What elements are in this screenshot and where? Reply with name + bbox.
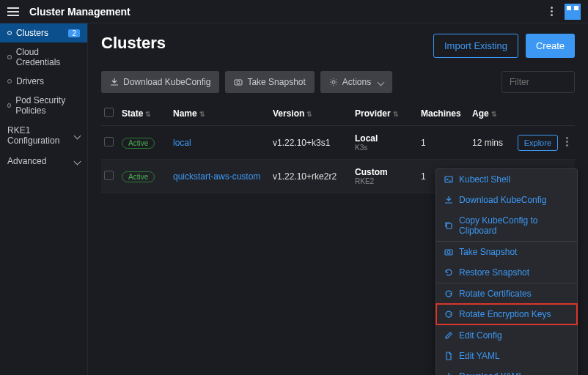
edit-icon — [444, 331, 453, 340]
topbar: Cluster Management — [0, 0, 588, 23]
select-all-checkbox[interactable] — [104, 108, 114, 117]
restore-icon — [444, 268, 453, 277]
cell-provider: Custom — [355, 167, 421, 177]
cluster-name-link[interactable]: local — [173, 138, 191, 148]
explore-button[interactable]: Explore — [518, 135, 558, 151]
chevron-down-icon — [75, 156, 80, 166]
sort-icon: ⇅ — [145, 111, 151, 118]
camera-icon — [444, 248, 453, 256]
bullet-icon — [7, 103, 11, 108]
column-header-name[interactable]: Name⇅ — [173, 108, 273, 119]
sidebar-group-label: RKE1 Configuration — [7, 125, 75, 146]
sidebar-item-label: Drivers — [16, 76, 44, 86]
actions-button[interactable]: Actions — [320, 71, 392, 93]
row-checkbox[interactable] — [104, 171, 114, 180]
svg-point-1 — [237, 81, 240, 84]
row-checkbox[interactable] — [104, 137, 114, 146]
topbar-kebab-icon[interactable] — [548, 4, 556, 19]
import-existing-button[interactable]: Import Existing — [433, 34, 518, 58]
filter-input[interactable] — [501, 71, 575, 93]
cell-provider-sub: RKE2 — [355, 177, 421, 185]
ctx-item-label: Copy KubeConfig to Clipboard — [459, 215, 569, 236]
sidebar-group-rke1[interactable]: RKE1 Configuration — [0, 120, 87, 151]
create-button[interactable]: Create — [526, 34, 575, 58]
copy-icon — [444, 221, 453, 230]
ctx-item-download-kubeconfig[interactable]: Download KubeConfig — [436, 190, 577, 210]
sidebar-item-pod-security-policies[interactable]: Pod Security Policies — [0, 91, 87, 120]
rotate-icon — [444, 310, 453, 319]
camera-icon — [234, 78, 243, 86]
sidebar-item-drivers[interactable]: Drivers — [0, 72, 87, 91]
sort-icon: ⇅ — [393, 111, 399, 118]
gear-icon — [329, 78, 338, 86]
state-badge: Active — [122, 138, 155, 149]
cell-machines: 1 — [421, 138, 472, 148]
bullet-icon — [7, 79, 12, 83]
sidebar-badge: 2 — [68, 29, 80, 37]
sidebar-item-label: Pod Security Policies — [15, 95, 80, 116]
ctx-item-label: Edit Config — [459, 330, 502, 341]
ctx-item-copy-kubeconfig-to-clipboard[interactable]: Copy KubeConfig to Clipboard — [436, 210, 577, 241]
terminal-icon — [444, 175, 453, 184]
bullet-icon — [7, 31, 12, 35]
sort-icon: ⇅ — [306, 111, 312, 118]
ctx-item-kubectl-shell[interactable]: Kubectl Shell — [436, 169, 577, 190]
state-badge: Active — [122, 171, 155, 182]
sidebar: Clusters 2 Cloud Credentials Drivers Pod… — [0, 23, 88, 375]
take-snapshot-button[interactable]: Take Snapshot — [225, 71, 314, 93]
sidebar-item-label: Clusters — [16, 28, 48, 38]
ctx-item-restore-snapshot[interactable]: Restore Snapshot — [436, 262, 577, 283]
sort-icon: ⇅ — [199, 111, 205, 118]
svg-rect-4 — [446, 223, 452, 229]
content: Clusters Import Existing Create Download… — [88, 23, 588, 375]
logo-icon[interactable] — [565, 4, 581, 20]
ctx-item-label: Kubectl Shell — [459, 174, 510, 185]
svg-point-2 — [332, 81, 335, 83]
cell-version: v1.22.10+rke2r2 — [273, 171, 355, 182]
svg-point-6 — [447, 251, 450, 254]
ctx-item-label: Take Snapshot — [459, 247, 517, 257]
sidebar-item-clusters[interactable]: Clusters 2 — [0, 23, 87, 42]
cell-version: v1.22.10+k3s1 — [273, 138, 355, 148]
sort-icon: ⇅ — [491, 111, 497, 118]
ctx-item-label: Rotate Certificates — [459, 289, 532, 299]
menu-icon[interactable] — [7, 7, 19, 16]
sidebar-group-label: Advanced — [7, 156, 46, 166]
app-title: Cluster Management — [29, 6, 131, 18]
cluster-name-link[interactable]: quickstart-aws-custom — [173, 171, 260, 182]
ctx-item-rotate-certificates[interactable]: Rotate Certificates — [436, 283, 577, 304]
button-label: Actions — [342, 77, 371, 87]
ctx-item-edit-config[interactable]: Edit Config — [436, 324, 577, 346]
file-icon — [444, 352, 453, 360]
chevron-down-icon — [75, 130, 80, 141]
row-kebab-icon[interactable] — [562, 135, 572, 151]
ctx-item-download-yaml[interactable]: Download YAML — [436, 366, 577, 375]
column-header-machines[interactable]: Machines — [421, 108, 472, 119]
cell-provider: Local — [355, 133, 421, 144]
rotate-icon — [444, 289, 453, 298]
sidebar-item-label: Cloud Credentials — [16, 47, 80, 67]
row-context-menu: Kubectl ShellDownload KubeConfigCopy Kub… — [436, 168, 578, 375]
download-icon — [110, 78, 119, 86]
ctx-item-edit-yaml[interactable]: Edit YAML — [436, 346, 577, 366]
column-header-provider[interactable]: Provider⇅ — [355, 108, 421, 119]
ctx-item-label: Download YAML — [459, 371, 523, 375]
ctx-item-rotate-encryption-keys[interactable]: Rotate Encryption Keys — [436, 304, 577, 324]
column-header-state[interactable]: State⇅ — [122, 108, 173, 119]
download-icon — [444, 196, 453, 204]
bullet-icon — [7, 55, 12, 59]
table-header: State⇅ Name⇅ Version⇅ Provider⇅ Machines… — [101, 102, 575, 126]
column-header-age[interactable]: Age⇅ — [472, 108, 525, 119]
button-label: Download KubeConfig — [123, 77, 210, 87]
download-icon — [444, 372, 453, 375]
column-header-version[interactable]: Version⇅ — [273, 108, 355, 119]
sidebar-group-advanced[interactable]: Advanced — [0, 151, 87, 171]
ctx-item-label: Edit YAML — [459, 351, 500, 361]
chevron-down-icon — [378, 77, 383, 87]
sidebar-item-cloud-credentials[interactable]: Cloud Credentials — [0, 42, 87, 72]
ctx-item-label: Restore Snapshot — [459, 267, 529, 278]
cell-provider-sub: K3s — [355, 144, 421, 152]
ctx-item-take-snapshot[interactable]: Take Snapshot — [436, 241, 577, 262]
ctx-item-label: Download KubeConfig — [459, 195, 546, 205]
download-kubeconfig-button[interactable]: Download KubeConfig — [101, 71, 219, 93]
